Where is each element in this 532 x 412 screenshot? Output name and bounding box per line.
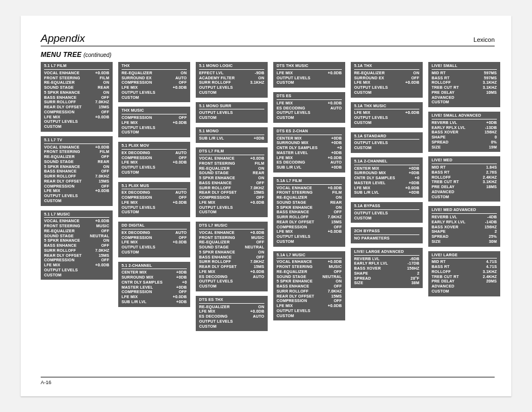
menu-row-value: AUTO [250,314,264,319]
menu-row-label: BASS ENHANCE [199,255,231,260]
menu-row-single: CUSTOM [199,324,264,329]
menu-row-value: 0 [492,135,497,140]
menu-row-label: FRONT STEERING [199,161,235,166]
menu-box-title: 5.1 L7 TV [44,138,109,144]
menu-box-title: 5.1 L7 FILM [44,64,109,70]
menu-row-label: BASS RT [432,170,449,175]
menu-row-value: 2.4kHz [481,275,497,280]
menu-row-label: COMPRESSION [277,225,307,230]
menu-row: SURR ROLLOFF3.1kHz [199,80,264,85]
menu-row-label: LFE MIX [199,200,215,205]
menu-row-value: +0.0dB [248,156,264,161]
menu-row: VOCAL ENHANCE+0.0dB [44,219,109,224]
menu-row-value: -6dB [408,257,419,262]
menu-row-label: SPREAD [354,276,371,281]
menu-row: CENTER MIX+0dB [277,136,342,141]
menu-row-value: +0dB [329,136,342,141]
menu-row: MID RT1.84s [432,165,497,170]
menu-box-title: dts ES 2-CHAN [277,129,342,135]
menu-row: SURROUND EXOFF [354,76,419,81]
menu-row-label: 5 SPKR ENHANCE [44,238,80,243]
menu-row: LFE MIX+0.0dB [122,85,187,90]
menu-row-value: OFF [331,210,342,215]
menu-row-value: 4.71s [484,260,497,265]
menu-row-value: +0.0dB [326,304,342,309]
menu-row-label: BASS XOVER [354,266,381,271]
menu-row-value: ON [333,195,342,200]
menu-row-label: SOUND STAGE [199,171,229,176]
menu-row: COMPRESSIONOFF [277,225,342,230]
menu-box-title: LIVE! SMALL ADVANCED [432,113,497,119]
menu-row: BASS XOVER156Hz [432,130,497,135]
menu-row-label: MID RT [432,71,446,76]
menu-row: SUB L/R LVL+0dB [277,165,342,170]
menu-row: SHAPE2 [354,271,419,276]
page-header: Appendix Lexicon [41,32,495,46]
menu-row-single: CUSTOM [432,289,497,294]
menu-row-value: 156Hz [482,130,497,135]
menu-row-label: PRE DELAY [432,279,454,284]
menu-row-label: BASS RT [432,265,449,270]
menu-row-value: MUSIC [326,265,342,270]
menu-row: REAR DLY OFFSET15ms [277,294,342,299]
menu-row: LFE MIX+0.0dB [199,200,264,205]
menu-row-label: RE-EQUALIZER [199,305,230,310]
menu-row-single: CUSTOM [199,284,264,289]
menu-row-value: OFF [99,184,109,189]
menu-row: COMPRESSIONOFF [277,299,342,304]
menu-columns: 5.1 L7 FILMVOCAL ENHANCE+0.0dBFRONT STEE… [41,62,495,336]
menu-row-label: COMPRESSION [122,290,152,295]
menu-row: COMPRESSIONOFF [44,110,109,115]
menu-row-label: SHAPE [354,271,368,276]
menu-row-label: ES DECODING [277,160,305,165]
menu-box: dts L7 MUSICVOCAL ENHANCE+0.0dBFRONT STE… [196,222,268,291]
menu-row-label: LFE MIX [354,80,370,85]
menu-row: EX DECODINGAUTO [122,231,187,236]
menu-row-value: NEUTRAL [88,234,109,239]
menu-row-label: LFE MIX [277,304,293,309]
menu-row-single: OUTPUT LEVELS [199,279,264,284]
menu-row-value: OFF [99,95,109,100]
menu-row-value: 28°F [408,276,419,281]
menu-box-title: 5.1a L7 FILM [277,179,342,185]
menu-row-label: REAR DLY OFFSET [277,220,315,225]
menu-box-title: 5.1 PLIIx MUS [122,184,187,190]
menu-row-value: +0dB [174,300,187,305]
menu-row-value: REAR [250,171,264,176]
menu-box: LIVE! LARGEMID RT4.71sBASS RT4.71sROLLOF… [428,251,500,296]
menu-row-value: AUTO [173,76,187,81]
menu-row-label: LFE MIX [44,115,60,120]
menu-row-label: SURR ROLLOFF [277,215,308,220]
menu-row-value: 597ms [482,71,497,76]
menu-row-value: +0dB [252,136,264,141]
menu-row-value: OFF [331,284,342,289]
menu-row-value: 15ms [96,253,109,258]
menu-row-label: RE-EQUALIZER [277,270,307,275]
menu-row-single: OUTPUT LEVELS [199,111,264,116]
menu-row-single: CUSTOM [199,90,264,95]
menu-row: CENTER MIX+0dB [122,270,187,275]
menu-row-label: REAR DLY OFFSET [44,179,82,184]
menu-row-value: OFF [331,225,342,230]
menu-row-value: AUTO [328,160,342,165]
menu-row-value: ON [256,250,264,255]
menu-row-single: OUTPUT LEVELS [199,85,264,90]
menu-row-value: +0.0dB [93,115,109,120]
menu-row-value: 597ms [482,76,497,81]
menu-box-title: LIVE! LARGE ADVANCED [354,250,419,256]
menu-row-value: 3.1kHz [481,85,497,90]
menu-box: 5.1 MONOSUB L/R LVL+0dB [196,127,268,143]
menu-row-label: FRONT STEERING [199,236,235,241]
menu-row: SURR ROLLOFF7.0kHz [44,248,109,253]
menu-row: TREB CUT RT3.1kHz [432,85,497,90]
menu-row-label: SURR ROLLOFF [277,289,308,294]
menu-row: SOUND STAGENEUTRAL [199,245,264,250]
menu-row-label: LFE MIX [277,71,293,76]
menu-box-title: LIVE! SMALL [432,64,497,70]
menu-row: FRONT STEERINGFILM [44,150,109,155]
menu-row-label: REVERB LVL [354,257,380,262]
menu-row-value: OFF [99,258,109,263]
menu-row: ES DECODINGAUTO [199,275,264,280]
menu-row: 5 SPKR ENHANCEON [199,176,264,181]
menu-row-value: +0.0dB [171,160,187,165]
